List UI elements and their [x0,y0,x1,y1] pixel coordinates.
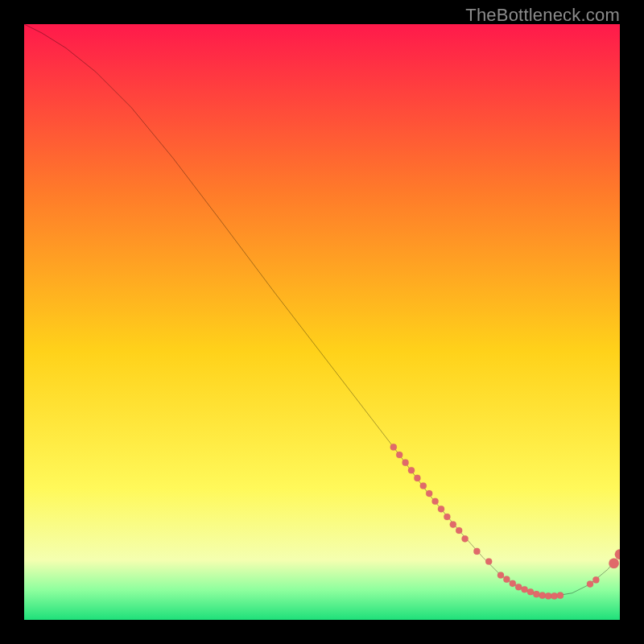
curve-marker [402,460,409,466]
curve-marker [450,522,456,528]
curve-marker [485,558,492,564]
curve-marker [587,581,593,588]
gradient-background [24,24,620,620]
curve-marker [557,592,564,599]
chart-stage: TheBottleneck.com [0,0,644,644]
curve-marker [432,498,439,505]
curve-marker [414,475,420,481]
curve-marker [551,592,558,599]
curve-marker [503,576,510,583]
curve-marker [545,592,551,599]
curve-marker [444,514,450,520]
curve-marker [396,452,402,458]
curve-marker [539,592,546,599]
curve-marker [515,584,522,590]
curve-marker [408,467,415,473]
curve-marker [390,444,397,450]
curve-marker [426,490,432,497]
curve-marker [510,580,516,587]
curve-marker [522,586,528,592]
curve-marker [592,576,599,583]
curve-marker [456,527,462,534]
curve-marker [497,572,504,578]
curve-marker [473,548,480,555]
curve-marker [462,535,469,542]
curve-marker [420,482,427,489]
curve-marker [533,591,539,597]
curve-marker [609,558,619,568]
curve-marker [438,506,444,512]
bottleneck-chart [24,24,620,620]
curve-marker [527,588,534,595]
watermark-text: TheBottleneck.com [465,5,620,26]
